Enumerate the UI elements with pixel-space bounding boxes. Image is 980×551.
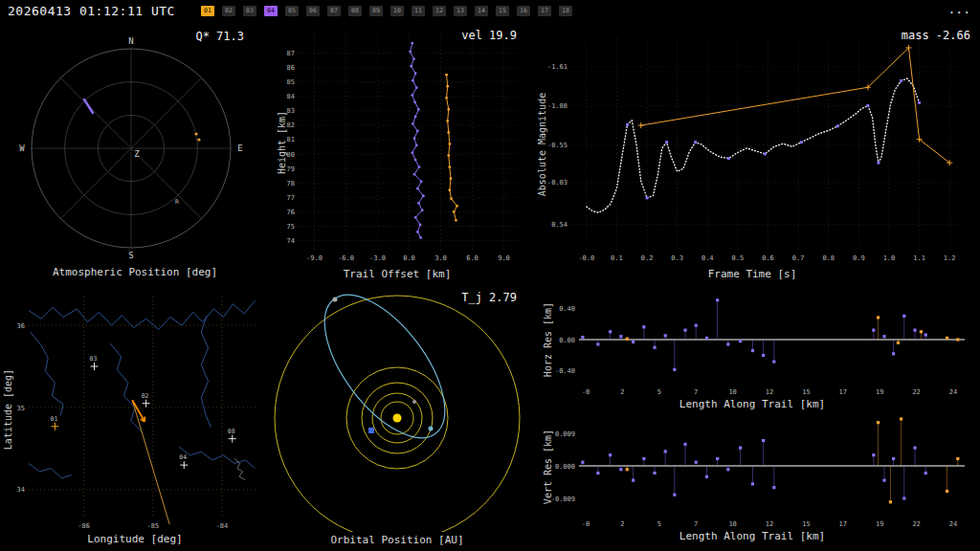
svg-text:12: 12 [766, 520, 773, 528]
svg-text:19: 19 [876, 520, 883, 528]
magnitude-y-axis-label: Absolute Magnitude [537, 93, 547, 196]
station-toggle-08[interactable]: 08 [348, 6, 362, 16]
station-toggle-04[interactable]: 04 [264, 6, 278, 16]
svg-text:22: 22 [912, 520, 920, 528]
series-vert-res-station-1 [581, 439, 927, 500]
svg-text:79: 79 [287, 165, 295, 173]
station-toggle-03[interactable]: 03 [243, 6, 256, 16]
svg-text:-6.0: -6.0 [338, 254, 354, 262]
svg-text:0.2: 0.2 [641, 254, 654, 262]
magnitude-x-axis-label: Frame Time [s] [524, 268, 980, 280]
svg-text:10: 10 [728, 388, 736, 396]
map-x-axis-label: Longitude [deg] [0, 533, 270, 545]
svg-text:77: 77 [287, 194, 295, 202]
svg-text:0.7: 0.7 [792, 254, 805, 262]
svg-text:0.00: 0.00 [559, 337, 575, 344]
magnitude-panel: -0.00.10.20.30.40.50.60.70.80.91.01.11.2… [524, 23, 980, 287]
detection-dot [197, 138, 200, 141]
atmospheric-caption: Atmospheric Position [deg] [0, 266, 270, 278]
svg-text:76: 76 [287, 209, 295, 216]
compass-zenith-label: Z [134, 149, 140, 159]
compass-west-label: W [19, 143, 25, 153]
svg-text:0.54: 0.54 [551, 221, 568, 229]
svg-text:1.2: 1.2 [944, 254, 956, 262]
series-lightcurve-observed [587, 78, 920, 212]
station-toggle-16[interactable]: 16 [517, 6, 530, 16]
svg-text:04: 04 [179, 453, 187, 461]
svg-text:15: 15 [802, 388, 810, 396]
svg-text:0.9: 0.9 [853, 254, 865, 262]
svg-text:-86: -86 [78, 522, 90, 530]
svg-text:2: 2 [620, 388, 624, 396]
trail-offset-chart: -9.0-6.0-3.00.03.06.09.07475767778798081… [270, 23, 524, 264]
horz-res-y-axis-label: Horz Res [km] [543, 302, 553, 377]
svg-text:02: 02 [142, 392, 149, 400]
station-toggle-11[interactable]: 11 [412, 6, 425, 16]
river-outline-1 [29, 300, 256, 329]
svg-text:1.1: 1.1 [913, 254, 925, 262]
meteoroid-orbit [301, 287, 467, 458]
svg-text:75: 75 [287, 223, 295, 231]
svg-text:84: 84 [287, 93, 295, 100]
svg-text:0.8: 0.8 [822, 254, 835, 262]
svg-text:0.1: 0.1 [611, 254, 623, 262]
svg-text:80: 80 [287, 151, 295, 159]
svg-text:17: 17 [839, 388, 847, 396]
station-toggle-02[interactable]: 02 [222, 6, 235, 16]
svg-text:-0: -0 [582, 388, 590, 396]
ground-map-panel: -86-85-843635340102030408 Latitude [deg]… [0, 287, 270, 551]
svg-text:01: 01 [50, 415, 57, 423]
svg-text:-85: -85 [146, 522, 159, 530]
svg-text:5: 5 [657, 388, 661, 396]
svg-text:0.000: 0.000 [555, 463, 575, 471]
svg-text:-3.0: -3.0 [369, 254, 386, 262]
svg-text:85: 85 [287, 78, 295, 86]
svg-text:24: 24 [949, 388, 957, 396]
svg-text:78: 78 [287, 180, 295, 187]
svg-text:22: 22 [912, 388, 920, 396]
overflow-menu-button[interactable]: ... [948, 2, 970, 16]
orbital-position-panel: T_j 2.79 Orbital Position [AU] [270, 287, 524, 551]
atmospheric-polar-chart: NSEWZR [0, 23, 270, 264]
meteor-streak [84, 99, 93, 113]
station-toggle-14[interactable]: 14 [475, 6, 488, 16]
station-toggle-05[interactable]: 05 [285, 6, 299, 16]
orbit-caption: Orbital Position [AU] [270, 534, 524, 546]
svg-text:-1.61: -1.61 [547, 63, 568, 71]
ground-track-line [132, 400, 169, 524]
residuals-panel: -0257101215171922240.400.00-0.40-0257101… [524, 287, 980, 551]
compass-north-label: N [128, 36, 133, 46]
station-toggle-17[interactable]: 17 [538, 6, 551, 16]
svg-text:0.5: 0.5 [732, 254, 745, 262]
station-toggle-12[interactable]: 12 [433, 6, 446, 16]
svg-text:-0.009: -0.009 [551, 496, 575, 503]
station-toggle-13[interactable]: 13 [454, 6, 467, 16]
svg-text:87: 87 [287, 50, 295, 57]
station-toggle-07[interactable]: 07 [327, 6, 341, 16]
trail-x-axis-label: Trail Offset [km] [270, 268, 524, 280]
svg-text:3.0: 3.0 [434, 254, 447, 262]
orbit-body-marker-2 [429, 427, 434, 431]
orbit-body-marker-4 [412, 400, 416, 404]
svg-text:2: 2 [620, 520, 624, 528]
station-toggle-18[interactable]: 18 [559, 6, 572, 16]
q-star-value: Q* 71.3 [195, 30, 244, 43]
atmospheric-position-panel: NSEWZR Q* 71.3 Atmospheric Position [deg… [0, 23, 270, 287]
svg-text:15: 15 [802, 520, 810, 528]
svg-text:36: 36 [17, 322, 25, 330]
river-outline-6 [29, 463, 72, 477]
river-outline-3 [110, 343, 142, 432]
station-toggle-10[interactable]: 10 [390, 6, 404, 16]
station-toggle-15[interactable]: 15 [496, 6, 509, 16]
svg-text:-84: -84 [216, 522, 229, 530]
station-toggle-06[interactable]: 06 [306, 6, 320, 16]
svg-text:-0.40: -0.40 [555, 367, 575, 375]
station-toggle-09[interactable]: 09 [369, 6, 383, 16]
svg-text:-1.08: -1.08 [547, 102, 568, 110]
svg-text:86: 86 [287, 64, 295, 72]
residuals-chart: -0257101215171922240.400.00-0.40-0257101… [524, 287, 980, 551]
svg-text:03: 03 [90, 355, 98, 363]
station-strip: 010203040506070809101112131415161718 [201, 6, 572, 16]
station-toggle-01[interactable]: 01 [201, 6, 214, 16]
svg-text:6.0: 6.0 [466, 254, 479, 262]
